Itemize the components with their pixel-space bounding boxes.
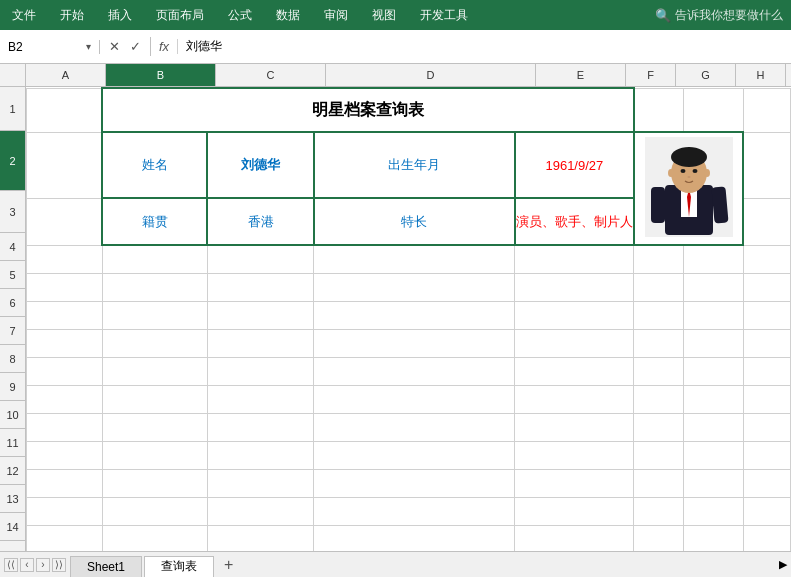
cell-g10[interactable] bbox=[684, 413, 744, 441]
tab-query[interactable]: 查询表 bbox=[144, 556, 214, 578]
cell-c10[interactable] bbox=[207, 413, 313, 441]
cell-d5[interactable] bbox=[314, 273, 515, 301]
menu-dev[interactable]: 开发工具 bbox=[416, 5, 472, 26]
cancel-formula-button[interactable]: ✕ bbox=[106, 37, 123, 56]
col-header-g[interactable]: G bbox=[676, 64, 736, 86]
row-num-11[interactable]: 11 bbox=[0, 429, 25, 457]
cell-b14[interactable] bbox=[102, 525, 207, 551]
cell-c14[interactable] bbox=[207, 525, 313, 551]
cell-h1[interactable] bbox=[743, 88, 790, 132]
cell-a11[interactable] bbox=[27, 441, 103, 469]
tab-nav-last-button[interactable]: ⟩⟩ bbox=[52, 558, 66, 572]
cell-d13[interactable] bbox=[314, 497, 515, 525]
cell-g12[interactable] bbox=[684, 469, 744, 497]
cell-e7[interactable] bbox=[515, 329, 634, 357]
col-header-f[interactable]: F bbox=[626, 64, 676, 86]
cell-c7[interactable] bbox=[207, 329, 313, 357]
cell-g13[interactable] bbox=[684, 497, 744, 525]
horizontal-scrollbar[interactable] bbox=[241, 558, 775, 572]
menu-review[interactable]: 审阅 bbox=[320, 5, 352, 26]
cell-d11[interactable] bbox=[314, 441, 515, 469]
cell-e6[interactable] bbox=[515, 301, 634, 329]
tab-nav-next-button[interactable]: › bbox=[36, 558, 50, 572]
row-num-14[interactable]: 14 bbox=[0, 513, 25, 541]
cell-h9[interactable] bbox=[743, 385, 790, 413]
cell-a9[interactable] bbox=[27, 385, 103, 413]
row-num-2[interactable]: 2 bbox=[0, 131, 25, 191]
cell-name-label[interactable]: 姓名 bbox=[102, 132, 207, 198]
cell-h3[interactable] bbox=[743, 198, 790, 245]
row-num-4[interactable]: 4 bbox=[0, 233, 25, 261]
cell-c11[interactable] bbox=[207, 441, 313, 469]
cell-d7[interactable] bbox=[314, 329, 515, 357]
cell-e11[interactable] bbox=[515, 441, 634, 469]
cell-g7[interactable] bbox=[684, 329, 744, 357]
cell-a4[interactable] bbox=[27, 245, 103, 273]
cell-skill-label[interactable]: 特长 bbox=[314, 198, 515, 245]
cell-h14[interactable] bbox=[743, 525, 790, 551]
cell-b10[interactable] bbox=[102, 413, 207, 441]
cell-a5[interactable] bbox=[27, 273, 103, 301]
cell-h13[interactable] bbox=[743, 497, 790, 525]
cell-g6[interactable] bbox=[684, 301, 744, 329]
cell-h8[interactable] bbox=[743, 357, 790, 385]
cell-h10[interactable] bbox=[743, 413, 790, 441]
col-header-a[interactable]: A bbox=[26, 64, 106, 86]
cell-birth-label[interactable]: 出生年月 bbox=[314, 132, 515, 198]
row-num-12[interactable]: 12 bbox=[0, 457, 25, 485]
cell-c13[interactable] bbox=[207, 497, 313, 525]
cell-g11[interactable] bbox=[684, 441, 744, 469]
cell-f4[interactable] bbox=[634, 245, 684, 273]
cell-f9[interactable] bbox=[634, 385, 684, 413]
col-header-c[interactable]: C bbox=[216, 64, 326, 86]
cell-d10[interactable] bbox=[314, 413, 515, 441]
cell-g9[interactable] bbox=[684, 385, 744, 413]
cell-d4[interactable] bbox=[314, 245, 515, 273]
row-num-6[interactable]: 6 bbox=[0, 289, 25, 317]
cell-b11[interactable] bbox=[102, 441, 207, 469]
menu-data[interactable]: 数据 bbox=[272, 5, 304, 26]
cell-g1[interactable] bbox=[684, 88, 744, 132]
cell-a13[interactable] bbox=[27, 497, 103, 525]
cell-c8[interactable] bbox=[207, 357, 313, 385]
cell-h4[interactable] bbox=[743, 245, 790, 273]
row-num-13[interactable]: 13 bbox=[0, 485, 25, 513]
tab-nav-prev-button[interactable]: ‹ bbox=[20, 558, 34, 572]
add-sheet-button[interactable]: + bbox=[216, 552, 241, 578]
cell-f11[interactable] bbox=[634, 441, 684, 469]
cell-title[interactable]: 明星档案查询表 bbox=[102, 88, 634, 132]
cell-c6[interactable] bbox=[207, 301, 313, 329]
row-num-3[interactable]: 3 bbox=[0, 191, 25, 233]
cell-h5[interactable] bbox=[743, 273, 790, 301]
row-num-10[interactable]: 10 bbox=[0, 401, 25, 429]
cell-c12[interactable] bbox=[207, 469, 313, 497]
cell-f7[interactable] bbox=[634, 329, 684, 357]
cell-h12[interactable] bbox=[743, 469, 790, 497]
menu-page-layout[interactable]: 页面布局 bbox=[152, 5, 208, 26]
cell-h6[interactable] bbox=[743, 301, 790, 329]
cell-f13[interactable] bbox=[634, 497, 684, 525]
menu-insert[interactable]: 插入 bbox=[104, 5, 136, 26]
row-num-9[interactable]: 9 bbox=[0, 373, 25, 401]
cell-h7[interactable] bbox=[743, 329, 790, 357]
cell-b7[interactable] bbox=[102, 329, 207, 357]
row-num-7[interactable]: 7 bbox=[0, 317, 25, 345]
cell-h2[interactable] bbox=[743, 132, 790, 198]
cell-b12[interactable] bbox=[102, 469, 207, 497]
cell-skill-value[interactable]: 演员、歌手、制片人 bbox=[515, 198, 634, 245]
cell-f10[interactable] bbox=[634, 413, 684, 441]
cell-b5[interactable] bbox=[102, 273, 207, 301]
cell-f8[interactable] bbox=[634, 357, 684, 385]
cell-a14[interactable] bbox=[27, 525, 103, 551]
tab-nav-first-button[interactable]: ⟨⟨ bbox=[4, 558, 18, 572]
cell-birth-value[interactable]: 1961/9/27 bbox=[515, 132, 634, 198]
cell-origin-label[interactable]: 籍贯 bbox=[102, 198, 207, 245]
cell-e8[interactable] bbox=[515, 357, 634, 385]
cell-name-value[interactable]: 刘德华 bbox=[207, 132, 313, 198]
cell-c4[interactable] bbox=[207, 245, 313, 273]
formula-input[interactable]: 刘德华 bbox=[178, 38, 791, 55]
cell-a8[interactable] bbox=[27, 357, 103, 385]
cell-b4[interactable] bbox=[102, 245, 207, 273]
cell-a2[interactable] bbox=[27, 132, 103, 198]
cell-c9[interactable] bbox=[207, 385, 313, 413]
